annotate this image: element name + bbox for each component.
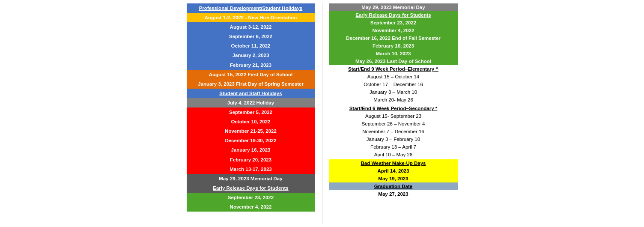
column-divider [322, 3, 322, 224]
right-top-row-4: December 16, 2022 End of Fall Semester [329, 34, 458, 42]
left-column: Professional Development/Student Holiday… [187, 3, 315, 212]
left-row-6: February 21, 2023 [187, 60, 315, 70]
left-row-20: September 23, 2022 [187, 193, 315, 202]
right-top-row-5: February 10, 2023 [329, 42, 458, 50]
bad-weather-date-0: April 14, 2023 [329, 167, 458, 175]
elementary-header: Start/End 9 Week Period–Elementary ^ [329, 65, 458, 73]
right-top-row-2: September 23, 2022 [329, 19, 458, 27]
right-top-row-7: May 26, 2023 Last Day of School [329, 57, 458, 65]
left-row-8: January 3, 2023 First Day of Spring Seme… [187, 79, 315, 89]
secondary-period-5: April 10 – May 26 [329, 151, 458, 158]
bad-weather-date-1: May 19, 2023 [329, 175, 458, 182]
left-row-18: May 29, 2023 Memorial Day [187, 174, 315, 183]
left-row-13: November 21-25, 2022 [187, 126, 315, 136]
right-top-row-3: November 4, 2022 [329, 27, 458, 34]
right-top-row-1: Early Release Days for Students [329, 11, 458, 19]
left-row-0: Professional Development/Student Holiday… [187, 3, 315, 13]
elementary-period-1: October 17 – December 16 [329, 81, 458, 88]
secondary-header: Start/End 6 Week Period–Secondary * [329, 105, 458, 112]
left-row-5: January 2, 2023 [187, 51, 315, 60]
bad-weather-header: Bad Weather Make-Up Days [329, 159, 458, 167]
left-row-3: September 6, 2022 [187, 32, 315, 41]
left-row-16: February 20, 2023 [187, 155, 315, 164]
secondary-period-0: August 15- September 23 [329, 112, 458, 120]
elementary-period-2: January 3 – March 10 [329, 88, 458, 96]
graduation-label: Graduation Date [329, 182, 458, 190]
left-row-10: July 4, 2022 Holiday [187, 98, 315, 108]
secondary-period-2: November 7 – December 16 [329, 128, 458, 135]
left-row-2: August 3-12, 2022 [187, 22, 315, 32]
left-row-15: January 16, 2023 [187, 145, 315, 155]
secondary-period-3: January 3 – February 10 [329, 135, 458, 143]
left-row-14: December 19-30, 2022 [187, 136, 315, 145]
secondary-period-4: February 13 – April 7 [329, 143, 458, 151]
right-top-row-6: March 10, 2023 [329, 50, 458, 57]
graduation-date: May 27, 2023 [329, 190, 458, 198]
left-row-17: March 13-17, 2023 [187, 164, 315, 174]
left-row-19: Early Release Days for Students [187, 183, 315, 193]
secondary-period-1: September 26 – November 4 [329, 120, 458, 128]
left-row-1: August 1-2, 2022 - New Hire Orientation [187, 13, 315, 22]
left-row-12: October 10, 2022 [187, 117, 315, 126]
main-container: Professional Development/Student Holiday… [187, 3, 458, 224]
right-top-row-0: May 29, 2023 Memorial Day [329, 3, 458, 11]
elementary-period-0: August 15 – October 14 [329, 73, 458, 81]
left-row-4: October 11, 2022 [187, 41, 315, 51]
left-row-21: November 4, 2022 [187, 202, 315, 212]
left-row-11: September 5, 2022 [187, 108, 315, 117]
elementary-period-3: March 20- May 26 [329, 96, 458, 104]
left-row-9: Student and Staff Holidays [187, 89, 315, 98]
right-column: May 29, 2023 Memorial DayEarly Release D… [329, 3, 458, 198]
left-row-7: August 15, 2022 First Day of School [187, 70, 315, 79]
